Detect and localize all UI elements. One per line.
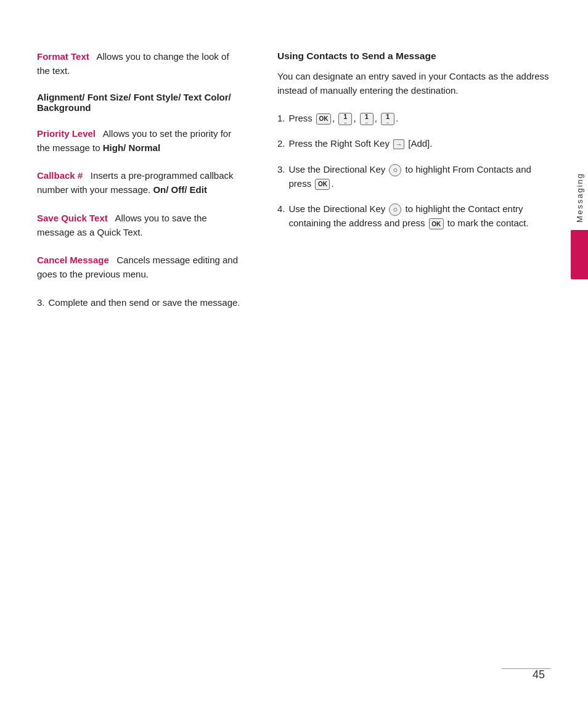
right-step3-number: 3. (277, 162, 285, 176)
num-key-1a-icon: 1 ∙∙ (338, 113, 352, 125)
format-text-term: Format Text (37, 51, 89, 62)
right-step1-number: 1. (277, 111, 285, 125)
left-step3: 3. Complete and then send or save the me… (37, 295, 240, 310)
right-step4-number: 4. (277, 202, 285, 216)
right-step4: 4. Use the Directional Key ○ to highligh… (277, 202, 551, 231)
right-intro: You can designate an entry saved in your… (277, 69, 551, 98)
num-key-1b-icon: 1 ∙∙ (360, 113, 374, 125)
save-quick-text-term: Save Quick Text (37, 213, 108, 223)
right-step4-content: Use the Directional Key ○ to highlight t… (289, 202, 551, 231)
right-step3-content: Use the Directional Key ○ to highlight F… (289, 162, 551, 191)
right-step3: 3. Use the Directional Key ○ to highligh… (277, 162, 551, 191)
left-step3-number: 3. (37, 295, 45, 310)
directional-key-icon-step3: ○ (389, 164, 401, 176)
left-column: Format Text Allows you to change the loo… (37, 49, 265, 669)
messaging-sidebar: Messaging (571, 173, 588, 279)
priority-section: Priority Level Allows you to set the pri… (37, 126, 240, 155)
right-step1: 1. Press OK, 1 ∙∙ , 1 ∙∙ , 1 ∙∙ . (277, 111, 551, 125)
right-step2-content: Press the Right Soft Key → [Add]. (289, 136, 433, 150)
directional-key-icon-step4: ○ (389, 203, 401, 216)
alignment-term: Alignment/ Font Size/ Font Style/ Text C… (37, 92, 231, 113)
right-section-title-block: Using Contacts to Send a Message You can… (277, 49, 551, 97)
right-section-title: Using Contacts to Send a Message (277, 49, 551, 63)
right-step2-number: 2. (277, 136, 285, 150)
right-step2: 2. Press the Right Soft Key → [Add]. (277, 136, 551, 150)
cancel-message-section: Cancel Message Cancels message editing a… (37, 253, 240, 282)
messaging-label: Messaging (575, 173, 584, 223)
cancel-message-term: Cancel Message (37, 255, 109, 265)
ok-key-step4-icon: OK (429, 218, 444, 229)
save-quick-text-section: Save Quick Text Allows you to save the m… (37, 211, 240, 240)
alignment-section: Alignment/ Font Size/ Font Style/ Text C… (37, 92, 240, 113)
format-text-section: Format Text Allows you to change the loo… (37, 49, 240, 78)
priority-term: Priority Level (37, 128, 96, 139)
left-step3-text: Complete and then send or save the messa… (49, 295, 240, 310)
ok-key-icon: OK (316, 113, 331, 125)
page-number: 45 (533, 668, 545, 681)
ok-key-step3-icon: OK (315, 179, 330, 190)
callback-term: Callback # (37, 170, 83, 181)
messaging-bar (571, 230, 588, 279)
page-content: Format Text Allows you to change the loo… (0, 0, 588, 706)
callback-section: Callback # Inserts a pre-programmed call… (37, 168, 240, 197)
right-step1-content: Press OK, 1 ∙∙ , 1 ∙∙ , 1 ∙∙ . (289, 111, 399, 125)
right-column: Using Contacts to Send a Message You can… (265, 49, 551, 669)
softkey-right-icon: → (393, 139, 404, 149)
num-key-1c-icon: 1 ∙∙ (381, 113, 394, 125)
